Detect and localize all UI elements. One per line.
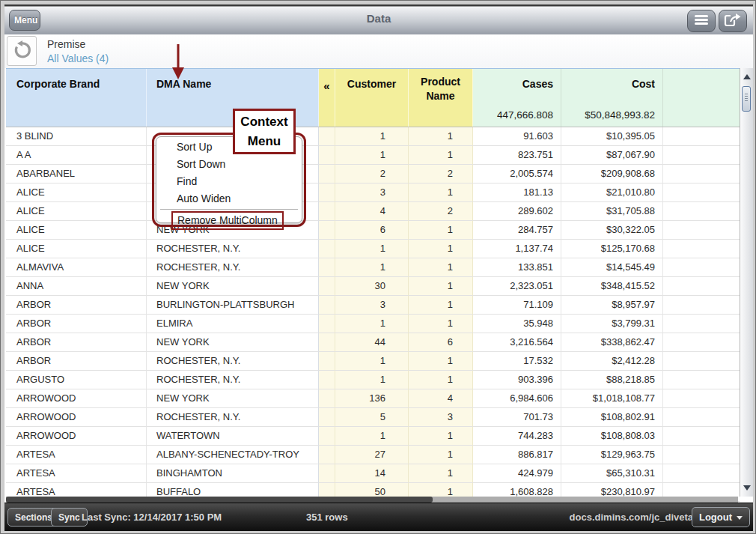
product-cell[interactable]: 2: [409, 165, 473, 183]
customer-cell[interactable]: 4: [335, 202, 409, 221]
column-header-cost[interactable]: Cost $50,848,993.82: [561, 69, 663, 127]
horizontal-scrollbar[interactable]: [6, 497, 738, 503]
product-cell[interactable]: 2: [409, 202, 473, 221]
product-cell[interactable]: 1: [409, 221, 473, 240]
cost-cell[interactable]: $125,170.68: [561, 240, 663, 258]
dma-cell[interactable]: ROCHESTER, N.Y.: [147, 371, 319, 389]
dma-cell[interactable]: NEW YORK: [147, 333, 319, 352]
product-cell[interactable]: 1: [409, 427, 473, 446]
dma-cell[interactable]: ROCHESTER, N.Y.: [147, 258, 319, 277]
reset-filter-button[interactable]: [7, 36, 37, 66]
customer-cell[interactable]: 44: [335, 333, 409, 352]
cost-cell[interactable]: $87,067.90: [561, 146, 663, 165]
product-cell[interactable]: 1: [409, 315, 473, 333]
brand-cell[interactable]: 3 BLIND: [6, 127, 147, 146]
customer-cell[interactable]: 30: [335, 277, 409, 296]
list-view-button[interactable]: [687, 10, 716, 32]
brand-cell[interactable]: ARBOR: [6, 315, 147, 333]
cases-cell[interactable]: 2,005.574: [473, 165, 561, 183]
product-cell[interactable]: 1: [409, 258, 473, 277]
cases-cell[interactable]: 886.817: [473, 446, 561, 464]
menu-item-find[interactable]: Find: [156, 173, 302, 190]
customer-cell[interactable]: 6: [335, 221, 409, 240]
cases-cell[interactable]: 91.603: [473, 127, 561, 146]
brand-cell[interactable]: ALICE: [6, 183, 147, 202]
dma-cell[interactable]: NEW YORK: [147, 389, 319, 408]
brand-cell[interactable]: ARGUSTO: [6, 371, 147, 389]
brand-cell[interactable]: ANNA: [6, 277, 147, 296]
customer-cell[interactable]: 14: [335, 464, 409, 483]
product-cell[interactable]: 1: [409, 296, 473, 315]
vertical-scrollbar[interactable]: [740, 68, 753, 497]
brand-cell[interactable]: ARROWOOD: [6, 427, 147, 446]
brand-cell[interactable]: ALMAVIVA: [6, 258, 147, 277]
cost-cell[interactable]: $108,802.91: [561, 408, 663, 427]
brand-cell[interactable]: ARBOR: [6, 352, 147, 371]
cost-cell[interactable]: $1,018,108.77: [561, 389, 663, 408]
customer-cell[interactable]: 136: [335, 389, 409, 408]
cost-cell[interactable]: $348,415.52: [561, 277, 663, 296]
customer-cell[interactable]: 1: [335, 315, 409, 333]
cases-cell[interactable]: 71.109: [473, 296, 561, 315]
cases-cell[interactable]: 424.979: [473, 464, 561, 483]
column-header-corporate-brand[interactable]: Corporate Brand: [6, 69, 147, 127]
product-cell[interactable]: 1: [409, 446, 473, 464]
customer-cell[interactable]: 1: [335, 371, 409, 389]
brand-cell[interactable]: ARROWOOD: [6, 389, 147, 408]
dma-cell[interactable]: ELMIRA: [147, 315, 319, 333]
cases-cell[interactable]: 289.602: [473, 202, 561, 221]
cost-cell[interactable]: $209,908.68: [561, 165, 663, 183]
cases-cell[interactable]: 181.13: [473, 183, 561, 202]
cases-cell[interactable]: 823.751: [473, 146, 561, 165]
cost-cell[interactable]: $65,310.31: [561, 464, 663, 483]
cost-cell[interactable]: $338,862.47: [561, 333, 663, 352]
cases-cell[interactable]: 133.851: [473, 258, 561, 277]
product-cell[interactable]: 3: [409, 408, 473, 427]
scroll-up-icon[interactable]: [743, 74, 751, 79]
collapse-columns-button[interactable]: «: [319, 69, 335, 127]
dma-cell[interactable]: BURLINGTON-PLATTSBURGH: [147, 296, 319, 315]
dma-cell[interactable]: WATERTOWN: [147, 427, 319, 446]
brand-cell[interactable]: A A: [6, 146, 147, 165]
cases-cell[interactable]: 1,137.74: [473, 240, 561, 258]
customer-cell[interactable]: 1: [335, 240, 409, 258]
cost-cell[interactable]: $3,799.31: [561, 315, 663, 333]
dma-cell[interactable]: ROCHESTER, N.Y.: [147, 352, 319, 371]
column-header-cases[interactable]: Cases 447,666.808: [473, 69, 561, 127]
brand-cell[interactable]: ALICE: [6, 221, 147, 240]
customer-cell[interactable]: 3: [335, 183, 409, 202]
product-cell[interactable]: 1: [409, 146, 473, 165]
cases-cell[interactable]: 6,984.606: [473, 389, 561, 408]
cost-cell[interactable]: $88,218.85: [561, 371, 663, 389]
scroll-down-icon[interactable]: [743, 485, 751, 491]
cost-cell[interactable]: $2,412.28: [561, 352, 663, 371]
product-cell[interactable]: 1: [409, 464, 473, 483]
customer-cell[interactable]: 27: [335, 446, 409, 464]
cases-cell[interactable]: 17.532: [473, 352, 561, 371]
dma-cell[interactable]: BINGHAMTON: [147, 464, 319, 483]
customer-cell[interactable]: 1: [335, 146, 409, 165]
product-cell[interactable]: 1: [409, 371, 473, 389]
cases-cell[interactable]: 744.283: [473, 427, 561, 446]
brand-cell[interactable]: ARBOR: [6, 333, 147, 352]
product-cell[interactable]: 1: [409, 127, 473, 146]
customer-cell[interactable]: 1: [335, 427, 409, 446]
filter-value[interactable]: All Values (4): [47, 52, 109, 64]
product-cell[interactable]: 1: [409, 183, 473, 202]
customer-cell[interactable]: 1: [335, 258, 409, 277]
brand-cell[interactable]: ARROWOOD: [6, 408, 147, 427]
brand-cell[interactable]: ARBOR: [6, 296, 147, 315]
dma-cell[interactable]: NEW YORK: [147, 277, 319, 296]
customer-cell[interactable]: 2: [335, 165, 409, 183]
dma-cell[interactable]: ROCHESTER, N.Y.: [147, 240, 319, 258]
menu-item-remove-multicolumn[interactable]: Remove MultiColumn: [171, 211, 284, 230]
logout-button[interactable]: Logout: [692, 507, 750, 527]
cases-cell[interactable]: 284.757: [473, 221, 561, 240]
product-cell[interactable]: 1: [409, 352, 473, 371]
cases-cell[interactable]: 3,216.564: [473, 333, 561, 352]
cases-cell[interactable]: 701.73: [473, 408, 561, 427]
product-cell[interactable]: 6: [409, 333, 473, 352]
menu-item-auto-widen[interactable]: Auto Widen: [156, 190, 302, 207]
customer-cell[interactable]: 3: [335, 296, 409, 315]
brand-cell[interactable]: ABARBANEL: [6, 165, 147, 183]
